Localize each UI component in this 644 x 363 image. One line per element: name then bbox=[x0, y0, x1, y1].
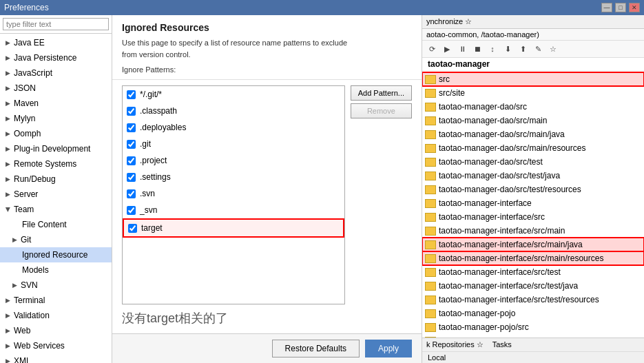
sidebar-item-server[interactable]: ▶Server bbox=[0, 187, 112, 202]
sidebar-item-label: Terminal bbox=[14, 294, 45, 307]
restore-defaults-button[interactable]: Restore Defaults bbox=[272, 340, 360, 357]
bottom-tab-tasks[interactable]: Tasks bbox=[492, 340, 512, 349]
tree-item[interactable]: taotao-manager-pojo/src bbox=[422, 320, 644, 334]
pattern-checkbox[interactable] bbox=[127, 206, 136, 215]
tree-item[interactable]: taotao-manager-interface/src/test/java bbox=[422, 279, 644, 293]
arrow-icon: ▶ bbox=[6, 158, 10, 170]
pattern-checkbox[interactable] bbox=[128, 224, 137, 233]
pattern-item[interactable]: .settings bbox=[123, 169, 344, 185]
pattern-item[interactable]: .git bbox=[123, 136, 344, 152]
sidebar-item-java-persistence[interactable]: ▶Java Persistence bbox=[0, 50, 112, 65]
sidebar-item-terminal[interactable]: ▶Terminal bbox=[0, 293, 112, 308]
sidebar-item-label: XML bbox=[14, 355, 31, 363]
sidebar-item-team[interactable]: ▶Team bbox=[0, 202, 112, 217]
folder-icon bbox=[425, 144, 436, 153]
bottom-tab-repos[interactable]: k Repositories ☆ bbox=[426, 340, 484, 349]
sidebar-item-oomph[interactable]: ▶Oomph bbox=[0, 126, 112, 141]
toolbar-btn-9[interactable]: ☆ bbox=[546, 42, 560, 56]
toolbar-btn-8[interactable]: ✎ bbox=[531, 42, 545, 56]
sidebar-item-file-content[interactable]: File Content bbox=[0, 217, 112, 232]
pattern-item[interactable]: target bbox=[123, 218, 344, 238]
sidebar-item-web-services[interactable]: ▶Web Services bbox=[0, 338, 112, 353]
apply-button[interactable]: Apply bbox=[365, 340, 412, 357]
sidebar-item-run-debug[interactable]: ▶Run/Debug bbox=[0, 172, 112, 187]
tree-item[interactable]: taotao-manager-dao/src/test bbox=[422, 155, 644, 169]
tree-item[interactable]: taotao-manager-interface/src/main bbox=[422, 224, 644, 238]
folder-icon bbox=[425, 185, 436, 194]
arrow-icon: ▶ bbox=[6, 97, 10, 110]
close-button[interactable]: ✕ bbox=[629, 3, 640, 12]
toolbar-btn-5[interactable]: ↕ bbox=[486, 42, 499, 56]
arrow-icon: ▶ bbox=[2, 207, 14, 212]
sidebar-item-plug-in-development[interactable]: ▶Plug-in Development bbox=[0, 141, 112, 156]
tree-item[interactable]: taotao-manager-dao/src/test/resources bbox=[422, 183, 644, 196]
filter-input[interactable] bbox=[3, 18, 109, 30]
tree-item[interactable]: taotao-manager-dao/src/main/java bbox=[422, 127, 644, 141]
title-bar-title: Preferences bbox=[4, 3, 49, 12]
patterns-list[interactable]: */.git/*.classpath.deployables.git.proje… bbox=[122, 85, 345, 304]
sidebar-item-mylyn[interactable]: ▶Mylyn bbox=[0, 111, 112, 126]
toolbar-btn-7[interactable]: ⬆ bbox=[516, 42, 530, 56]
tree-item[interactable]: taotao-manager-dao/src bbox=[422, 100, 644, 114]
tree-item[interactable]: taotao-manager-interface/src/test/resour… bbox=[422, 293, 644, 307]
tree-item[interactable]: src/site bbox=[422, 86, 644, 100]
pattern-checkbox[interactable] bbox=[127, 140, 136, 149]
pattern-item[interactable]: .deployables bbox=[123, 119, 344, 136]
pattern-item[interactable]: .classpath bbox=[123, 103, 344, 119]
sidebar-item-web[interactable]: ▶Web bbox=[0, 323, 112, 338]
folder-icon bbox=[425, 172, 436, 180]
sidebar-item-models[interactable]: Models bbox=[0, 262, 112, 278]
sidebar-item-javascript[interactable]: ▶JavaScript bbox=[0, 65, 112, 81]
pattern-checkbox[interactable] bbox=[127, 107, 136, 116]
pattern-checkbox[interactable] bbox=[127, 156, 136, 165]
pattern-checkbox[interactable] bbox=[127, 123, 136, 132]
remove-button[interactable]: Remove bbox=[351, 103, 412, 118]
sidebar-item-json[interactable]: ▶JSON bbox=[0, 81, 112, 96]
pattern-checkbox[interactable] bbox=[127, 173, 136, 182]
arrow-icon: ▶ bbox=[6, 324, 10, 337]
tree-item-label: taotao-manager-interface/src/main/java bbox=[439, 238, 583, 251]
pattern-checkbox[interactable] bbox=[127, 90, 136, 99]
tree-item[interactable]: taotao-manager-interface bbox=[422, 196, 644, 210]
sidebar-item-java-ee[interactable]: ▶Java EE bbox=[0, 35, 112, 50]
folder-icon bbox=[425, 199, 436, 208]
tree-item[interactable]: taotao-manager-pojo bbox=[422, 307, 644, 320]
toolbar-btn-2[interactable]: ▶ bbox=[440, 42, 454, 56]
right-panel: ynchronize ☆ aotao-common, /taotao-manag… bbox=[422, 15, 644, 363]
add-pattern-button[interactable]: Add Pattern... bbox=[351, 85, 412, 101]
toolbar-btn-4[interactable]: ⏹ bbox=[470, 42, 484, 56]
tree-item[interactable]: taotao-manager-dao/src/main bbox=[422, 114, 644, 127]
tree-item[interactable]: taotao-manager-interface/src bbox=[422, 210, 644, 224]
minimize-button[interactable]: — bbox=[601, 3, 612, 12]
toolbar-btn-3[interactable]: ⏸ bbox=[455, 42, 469, 56]
pattern-checkbox[interactable] bbox=[127, 189, 136, 198]
sidebar-item-svn[interactable]: ▶SVN bbox=[0, 278, 112, 293]
tree-item[interactable]: taotao-manager-dao/src/main/resources bbox=[422, 141, 644, 155]
tree-item[interactable]: taotao-manager-interface/src/main/resour… bbox=[422, 251, 644, 265]
right-header: ynchronize ☆ bbox=[422, 15, 644, 29]
pattern-item[interactable]: _svn bbox=[123, 202, 344, 218]
sidebar-item-git[interactable]: ▶Git bbox=[0, 232, 112, 247]
folder-icon bbox=[425, 227, 436, 236]
sidebar-item-label: Web bbox=[14, 324, 30, 337]
tree-item[interactable]: src bbox=[422, 72, 644, 86]
toolbar-btn-1[interactable]: ⟳ bbox=[425, 42, 439, 56]
tree-item[interactable]: taotao-manager-interface/src/test bbox=[422, 265, 644, 279]
sidebar-item-maven[interactable]: ▶Maven bbox=[0, 96, 112, 111]
sidebar-item-xml[interactable]: ▶XML bbox=[0, 353, 112, 363]
tree-item[interactable]: taotao-manager-interface/src/main/java bbox=[422, 238, 644, 251]
pattern-item[interactable]: */.git/* bbox=[123, 86, 344, 103]
tree-item-label: taotao-manager-pojo bbox=[439, 307, 515, 320]
tree-item[interactable]: taotao-manager-dao/src/test/java bbox=[422, 169, 644, 183]
pattern-label: .svn bbox=[140, 187, 155, 200]
main-content: ▶Java EE▶Java Persistence▶JavaScript▶JSO… bbox=[0, 15, 644, 363]
sidebar-item-remote-systems[interactable]: ▶Remote Systems bbox=[0, 156, 112, 172]
pattern-item[interactable]: .project bbox=[123, 152, 344, 169]
pattern-item[interactable]: .svn bbox=[123, 185, 344, 202]
sidebar-item-label: Ignored Resource bbox=[22, 249, 87, 261]
toolbar-btn-6[interactable]: ⬇ bbox=[501, 42, 515, 56]
sidebar-item-ignored-resource[interactable]: Ignored Resource bbox=[0, 247, 112, 262]
sidebar-item-validation[interactable]: ▶Validation bbox=[0, 308, 112, 323]
tree-item-label: taotao-manager-pojo/src bbox=[439, 321, 529, 333]
maximize-button[interactable]: □ bbox=[615, 3, 626, 12]
